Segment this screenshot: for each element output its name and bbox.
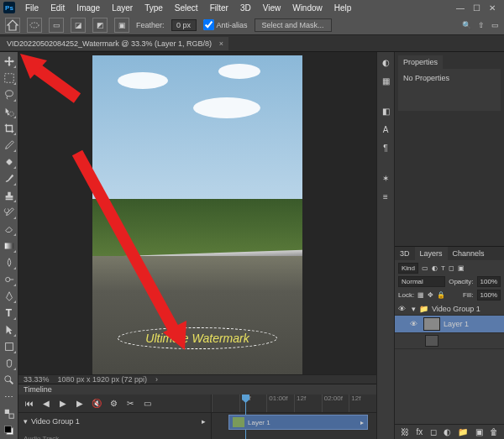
share-icon[interactable]: ⇧	[478, 21, 485, 29]
selection-mode-intersect-icon[interactable]: ▣	[114, 18, 129, 33]
clip-menu-icon[interactable]: ▸	[360, 419, 364, 426]
antialias-checkbox[interactable]: Anti-alias	[203, 19, 248, 30]
adjustment-layer-icon[interactable]: ◐	[444, 427, 451, 436]
opacity-input[interactable]: 100%	[477, 276, 501, 287]
properties-tab[interactable]: Properties	[398, 55, 443, 69]
layer-group-row[interactable]: 👁 ▾ 📁 Video Group 1	[395, 303, 504, 316]
goto-start-icon[interactable]: ⏮	[24, 398, 35, 410]
history-brush-tool-icon[interactable]	[2, 205, 17, 220]
menu-3d[interactable]: 3D	[235, 2, 256, 14]
chevron-down-icon[interactable]: ▾	[412, 305, 416, 313]
timeline-tracks[interactable]: 12f 01:00f 12f 02:00f 12f Layer 1 ▸	[212, 395, 376, 439]
delete-layer-icon[interactable]: 🗑	[490, 427, 498, 436]
color-panel-icon[interactable]: ◐	[379, 55, 392, 69]
filter-shape-icon[interactable]: ◻	[449, 264, 454, 272]
prev-frame-icon[interactable]: ◀	[40, 398, 52, 410]
lock-pixels-icon[interactable]: ▦	[417, 291, 424, 299]
brush-tool-icon[interactable]	[2, 171, 17, 186]
healing-tool-icon[interactable]	[2, 154, 17, 170]
menu-select[interactable]: Select	[170, 2, 203, 14]
split-clip-icon[interactable]: ✂	[124, 398, 136, 410]
home-icon[interactable]	[5, 18, 20, 33]
menu-filter[interactable]: Filter	[205, 2, 234, 14]
maximize-icon[interactable]: ☐	[473, 3, 480, 13]
edit-toolbar-icon[interactable]	[2, 406, 17, 421]
pen-tool-icon[interactable]	[2, 289, 17, 304]
path-select-tool-icon[interactable]	[2, 322, 17, 337]
document-tab[interactable]: VID20220502084252_Watermark @ 33.3% (Lay…	[0, 37, 228, 50]
timeline-video-group-row[interactable]: ▾ Video Group 1 ▸	[18, 413, 211, 430]
timeline-options-icon[interactable]: ⚙	[108, 398, 119, 410]
menu-help[interactable]: Help	[329, 2, 357, 14]
menu-file[interactable]: File	[20, 2, 44, 14]
menu-layer[interactable]: Layer	[107, 2, 138, 14]
layer-sub-row[interactable]	[395, 333, 504, 349]
layer-fx-icon[interactable]: fx	[416, 427, 423, 436]
menu-image[interactable]: Image	[71, 2, 105, 14]
shape-tool-icon[interactable]	[2, 339, 17, 354]
tab-layers[interactable]: Layers	[415, 247, 448, 260]
layer-mask-icon[interactable]: ◻	[430, 427, 437, 436]
select-and-mask-button[interactable]: Select and Mask...	[255, 18, 332, 32]
minimize-icon[interactable]: —	[456, 3, 465, 13]
move-tool-icon[interactable]	[2, 54, 17, 69]
filter-pixel-icon[interactable]: ▭	[422, 264, 428, 272]
menu-view[interactable]: View	[258, 2, 286, 14]
close-icon[interactable]: ✕	[489, 3, 496, 13]
timeline-ruler[interactable]: 12f 01:00f 12f 02:00f 12f	[212, 395, 376, 413]
menu-type[interactable]: Type	[139, 2, 168, 14]
selection-mode-add-icon[interactable]: ◪	[71, 18, 86, 33]
filter-type-icon[interactable]: T	[441, 264, 445, 272]
play-icon[interactable]: ▶	[57, 398, 69, 410]
layer-thumbnail-icon[interactable]	[423, 317, 440, 331]
color-swatch-icon[interactable]	[2, 423, 17, 438]
blend-mode-select[interactable]: Normal	[398, 276, 445, 287]
canvas-viewport[interactable]: Ultimate Watermark	[18, 52, 376, 374]
menu-edit[interactable]: Edit	[45, 2, 70, 14]
stamp-tool-icon[interactable]	[2, 188, 17, 203]
transition-icon[interactable]: ▭	[141, 398, 153, 410]
visibility-eye-icon[interactable]: 👁	[398, 305, 408, 313]
crop-tool-icon[interactable]	[2, 121, 17, 136]
tab-channels[interactable]: Channels	[448, 247, 490, 260]
selection-mode-new-icon[interactable]: ▭	[49, 18, 64, 33]
adjustments-panel-icon[interactable]: ◧	[379, 104, 392, 118]
eraser-tool-icon[interactable]	[2, 222, 17, 237]
workspace-icon[interactable]: ▭	[491, 21, 499, 29]
lasso-tool-icon[interactable]	[2, 87, 17, 102]
styles-panel-icon[interactable]: A	[379, 123, 392, 136]
timeline-clip[interactable]: Layer 1 ▸	[228, 415, 368, 430]
fill-input[interactable]: 100%	[477, 290, 501, 301]
lock-position-icon[interactable]: ✥	[428, 291, 433, 299]
visibility-eye-icon[interactable]: 👁	[410, 320, 420, 328]
quick-select-tool-icon[interactable]	[2, 104, 17, 119]
menu-window[interactable]: Window	[287, 2, 328, 14]
active-tool-icon[interactable]	[27, 18, 42, 33]
mute-icon[interactable]: 🔇	[91, 398, 102, 410]
filter-kind-select[interactable]: Kind	[398, 263, 418, 274]
new-layer-icon[interactable]: ▣	[475, 427, 483, 436]
hand-tool-icon[interactable]	[2, 356, 17, 371]
filter-adjust-icon[interactable]: ◐	[432, 264, 438, 272]
track-add-icon[interactable]: ▸	[202, 417, 206, 426]
close-tab-icon[interactable]: ×	[219, 39, 223, 48]
history-panel-icon[interactable]: ≡	[379, 190, 392, 203]
lock-all-icon[interactable]: 🔒	[437, 291, 445, 299]
next-frame-icon[interactable]: ▶	[74, 398, 86, 410]
eyedropper-tool-icon[interactable]	[2, 138, 17, 153]
more-tools-icon[interactable]: ⋯	[2, 389, 17, 405]
brushes-panel-icon[interactable]: ✶	[379, 171, 392, 185]
link-layers-icon[interactable]: ⛓	[401, 427, 409, 436]
type-tool-icon[interactable]: T	[2, 306, 17, 321]
paragraph-panel-icon[interactable]: ¶	[379, 141, 392, 154]
dodge-tool-icon[interactable]	[2, 272, 17, 287]
marquee-tool-icon[interactable]	[2, 71, 17, 86]
layer-row[interactable]: 👁 Layer 1	[395, 316, 504, 333]
new-group-icon[interactable]: 📁	[458, 427, 468, 436]
search-icon[interactable]: 🔍	[462, 21, 471, 29]
gradient-tool-icon[interactable]	[2, 238, 17, 253]
tab-3d[interactable]: 3D	[395, 247, 415, 260]
feather-input[interactable]: 0 px	[171, 19, 197, 31]
antialias-check-input[interactable]	[203, 19, 214, 30]
blur-tool-icon[interactable]	[2, 255, 17, 270]
